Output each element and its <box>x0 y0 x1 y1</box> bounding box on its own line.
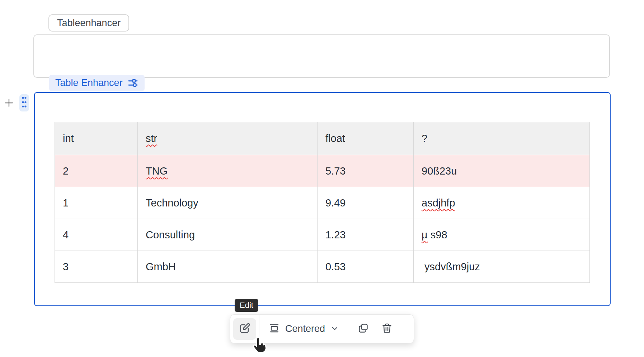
cell-int: 3 <box>55 251 138 283</box>
cell-float: 1.23 <box>318 219 414 251</box>
chevron-down-icon <box>330 324 339 334</box>
cell-str: Technology <box>138 187 318 219</box>
drag-handle[interactable] <box>19 94 29 111</box>
alignment-dropdown[interactable]: Centered <box>259 315 347 343</box>
column-header-str: str <box>138 122 318 155</box>
plus-icon <box>4 97 14 110</box>
macro-chip-label: Table Enhancer <box>55 77 123 89</box>
macro-parameter-box[interactable] <box>33 34 610 78</box>
sliders-icon <box>127 77 138 89</box>
table-row: 4 Consulting 1.23 µ s98 <box>55 219 590 251</box>
table-row: 2 TNG 5.73 90ß23u <box>55 155 590 187</box>
edit-pencil-square-icon <box>239 322 251 336</box>
mouse-cursor-hand-icon <box>251 336 269 357</box>
cell-float: 9.49 <box>318 187 414 219</box>
cell-question: asdjhfp <box>414 187 590 219</box>
enhanced-table: int str float ? 2 TNG 5.73 90ß23u 1 Tech… <box>55 122 590 283</box>
macro-name-field[interactable]: Tableenhancer <box>48 14 129 32</box>
table-header-row: int str float ? <box>55 122 590 155</box>
copy-icon <box>358 323 369 335</box>
cell-str: GmbH <box>138 251 318 283</box>
editor-canvas: Tableenhancer Table Enhancer <box>0 0 644 357</box>
cell-float: 0.53 <box>318 251 414 283</box>
cell-str: TNG <box>138 155 318 187</box>
cell-int: 2 <box>55 155 138 187</box>
table-row: 1 Technology 9.49 asdjhfp <box>55 187 590 219</box>
alignment-label: Centered <box>285 323 325 334</box>
cell-float: 5.73 <box>318 155 414 187</box>
cell-int: 4 <box>55 219 138 251</box>
copy-button[interactable] <box>353 318 373 340</box>
table-row: 3 GmbH 0.53 ysdvßm9juz <box>55 251 590 283</box>
cell-str: Consulting <box>138 219 318 251</box>
cell-question: µ s98 <box>414 219 590 251</box>
column-header-question: ? <box>414 122 590 155</box>
align-centered-icon <box>269 323 280 335</box>
macro-name-text: Tableenhancer <box>57 18 121 29</box>
delete-button[interactable] <box>376 318 397 340</box>
drag-dots-icon <box>21 96 27 110</box>
trash-icon <box>381 323 392 335</box>
add-block-button[interactable] <box>3 97 15 110</box>
edit-tooltip: Edit <box>235 299 258 312</box>
macro-chip[interactable]: Table Enhancer <box>49 75 145 91</box>
column-header-float: float <box>318 122 414 155</box>
cell-question: 90ß23u <box>414 155 590 187</box>
cell-question: ysdvßm9juz <box>414 251 590 283</box>
column-header-int: int <box>55 122 138 155</box>
cell-int: 1 <box>55 187 138 219</box>
